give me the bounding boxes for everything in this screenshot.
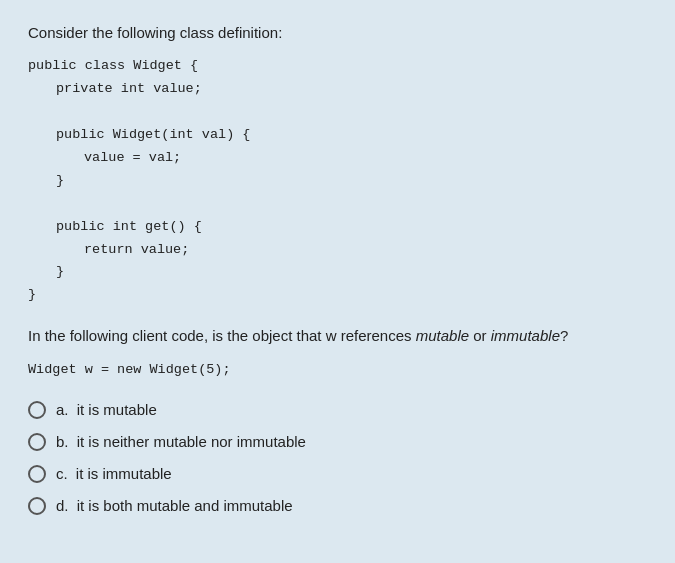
code-line-5: } [28, 170, 647, 193]
option-b-label: b. it is neither mutable nor immutable [56, 433, 306, 450]
client-code: Widget w = new Widget(5); [28, 362, 647, 377]
question-text: In the following client code, is the obj… [28, 325, 647, 348]
code-line-1: public class Widget { [28, 55, 647, 78]
radio-a[interactable] [28, 401, 46, 419]
option-a-letter: a. [56, 401, 69, 418]
radio-b[interactable] [28, 433, 46, 451]
option-d-text: it is both mutable and immutable [77, 497, 293, 514]
option-a-label: a. it is mutable [56, 401, 157, 418]
code-line-4: value = val; [28, 147, 647, 170]
option-c-label: c. it is immutable [56, 465, 172, 482]
code-block: public class Widget { private int value;… [28, 55, 647, 307]
option-c[interactable]: c. it is immutable [28, 465, 647, 483]
option-b-letter: b. [56, 433, 69, 450]
code-line-blank1 [28, 101, 647, 124]
radio-d[interactable] [28, 497, 46, 515]
option-c-letter: c. [56, 465, 68, 482]
option-d-label: d. it is both mutable and immutable [56, 497, 293, 514]
intro-text: Consider the following class definition: [28, 24, 647, 41]
option-b-text: it is neither mutable nor immutable [77, 433, 306, 450]
option-b[interactable]: b. it is neither mutable nor immutable [28, 433, 647, 451]
option-a-text: it is mutable [77, 401, 157, 418]
code-line-2: private int value; [28, 78, 647, 101]
option-a[interactable]: a. it is mutable [28, 401, 647, 419]
option-d-letter: d. [56, 497, 69, 514]
code-line-9: } [28, 284, 647, 307]
radio-c[interactable] [28, 465, 46, 483]
option-c-text: it is immutable [76, 465, 172, 482]
code-line-8: } [28, 261, 647, 284]
code-line-7: return value; [28, 239, 647, 262]
code-line-3: public Widget(int val) { [28, 124, 647, 147]
option-d[interactable]: d. it is both mutable and immutable [28, 497, 647, 515]
options-list: a. it is mutable b. it is neither mutabl… [28, 401, 647, 515]
code-line-6: public int get() { [28, 216, 647, 239]
code-line-blank2 [28, 193, 647, 216]
